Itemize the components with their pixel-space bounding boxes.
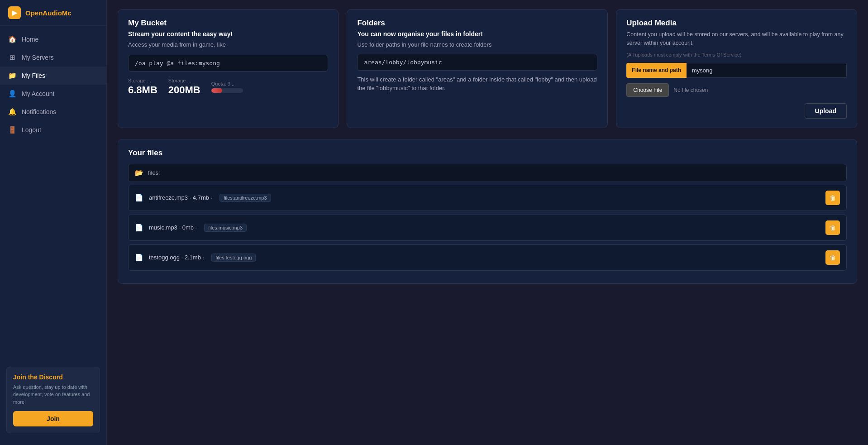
storage-total-label: Storage ... [168,78,200,83]
sidebar-item-my-servers[interactable]: ⊞ My Servers [0,48,106,67]
account-icon: 👤 [8,90,16,98]
files-folder-header: 📂 files: [128,164,847,182]
my-bucket-card: My Bucket Stream your content the easy w… [118,9,339,128]
upload-title: Upload Media [626,19,847,28]
logout-icon: 🚪 [8,126,16,134]
file-name-antifreeze: antifreeze.mp3 · 4.7mb · [149,194,212,201]
top-cards-row: My Bucket Stream your content the easy w… [118,9,857,128]
choose-file-button[interactable]: Choose File [626,83,669,97]
sidebar-label-my-servers: My Servers [22,54,54,61]
sidebar-item-my-files[interactable]: 📁 My Files [0,67,106,85]
discord-title: Join the Discord [13,373,93,381]
folder-header-icon: 📂 [135,169,143,177]
quota-bar-fill [211,88,223,93]
sidebar-label-notifications: Notifications [22,108,56,115]
folders-title: Folders [357,19,597,28]
delete-button-antifreeze[interactable]: 🗑 [825,191,840,205]
quota-label: Quota: 3.... [211,81,236,86]
file-input-row: Choose File No file chosen [626,83,847,97]
bucket-description: Access your media from in game, like [128,40,328,49]
storage-used-item: Storage ... 6.8MB [128,78,157,96]
folders-subtitle: You can now organise your files in folde… [357,30,597,38]
upload-button[interactable]: Upload [805,103,847,119]
sidebar-item-home[interactable]: 🏠 Home [0,30,106,48]
discord-card: Join the Discord Ask question, stay up t… [6,367,100,434]
sidebar-item-logout[interactable]: 🚪 Logout [0,121,106,139]
upload-card: Upload Media Content you upload will be … [616,9,857,128]
storage-row: Storage ... 6.8MB Storage ... 200MB Quot… [128,78,328,96]
filename-input[interactable] [687,63,847,78]
folders-card: Folders You can now organise your files … [347,9,608,128]
file-badge-music: files:music.mp3 [204,224,247,232]
bucket-title: My Bucket [128,19,328,28]
storage-total-item: Storage ... 200MB [168,78,200,96]
no-file-text: No file chosen [673,87,708,93]
logo-icon: ▶ [8,6,21,19]
files-icon: 📁 [8,72,16,80]
sidebar-bottom: Join the Discord Ask question, stay up t… [0,360,106,445]
notifications-icon: 🔔 [8,108,16,116]
folders-code-example: areas/lobby/lobbymusic [357,54,597,71]
files-section-title: Your files [128,148,847,158]
quota-item: Quota: 3.... [211,81,243,93]
delete-button-testogg[interactable]: 🗑 [825,250,840,265]
sidebar-label-my-files: My Files [22,72,45,79]
sidebar-item-notifications[interactable]: 🔔 Notifications [0,103,106,121]
sidebar-label-logout: Logout [22,126,41,134]
storage-used-label: Storage ... [128,78,157,83]
files-section: Your files 📂 files: 📄 antifreeze.mp3 · 4… [118,139,857,284]
logo-area: ▶ OpenAudioMc [0,0,106,26]
main-content: My Bucket Stream your content the easy w… [107,0,868,445]
sidebar: ▶ OpenAudioMc 🏠 Home ⊞ My Servers 📁 My F… [0,0,107,445]
sidebar-item-my-account[interactable]: 👤 My Account [0,85,106,103]
file-icon-antifreeze: 📄 [135,194,143,202]
servers-icon: ⊞ [8,53,16,62]
app-name: OpenAudioMc [25,9,72,17]
folders-detail: This will create a folder called "areas"… [357,75,597,93]
sidebar-nav: 🏠 Home ⊞ My Servers 📁 My Files 👤 My Acco… [0,26,106,360]
tos-note: (All uploads must comply with the Terms … [626,52,847,57]
file-row-testogg: 📄 testogg.ogg · 2.1mb · files:testogg.og… [128,244,847,271]
files-folder-label: files: [148,169,160,176]
join-discord-button[interactable]: Join [13,411,93,426]
discord-description: Ask question, stay up to date with devel… [13,383,93,406]
file-row-antifreeze: 📄 antifreeze.mp3 · 4.7mb · files:antifre… [128,185,847,211]
file-icon-music: 📄 [135,224,143,232]
upload-description: Content you upload will be stored on our… [626,30,847,48]
file-row-music: 📄 music.mp3 · 0mb · files:music.mp3 🗑 [128,215,847,241]
file-badge-testogg: files:testogg.ogg [211,254,256,262]
folders-description: Use folder paths in your file names to c… [357,40,597,49]
sidebar-label-home: Home [22,36,38,43]
upload-form-row: File name and path [626,63,847,78]
file-name-testogg: testogg.ogg · 2.1mb · [149,254,204,261]
quota-bar-bg [211,88,243,93]
file-name-music: music.mp3 · 0mb · [149,224,197,231]
file-icon-testogg: 📄 [135,254,143,262]
file-label-box: File name and path [626,63,687,78]
home-icon: 🏠 [8,35,16,43]
storage-total-value: 200MB [168,84,200,96]
bucket-subtitle: Stream your content the easy way! [128,30,328,38]
file-badge-antifreeze: files:antifreeze.mp3 [219,194,271,202]
bucket-code-example: /oa play @a files:mysong [128,55,328,72]
sidebar-label-my-account: My Account [22,90,54,97]
delete-button-music[interactable]: 🗑 [825,220,840,235]
storage-used-value: 6.8MB [128,84,157,96]
